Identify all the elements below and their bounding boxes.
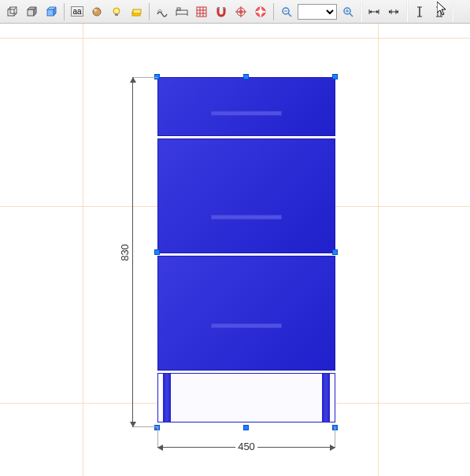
zoom-out-icon — [281, 6, 292, 17]
magnet-button[interactable] — [213, 3, 230, 20]
toolbar-separator — [273, 3, 274, 20]
cube-face-icon — [25, 6, 38, 18]
guide-horizontal — [0, 38, 470, 39]
text-cursor-button[interactable] — [411, 3, 428, 20]
lifebuoy-button[interactable] — [252, 3, 269, 20]
dimension-horizontal[interactable]: 450 — [157, 433, 335, 464]
drawer-bottom — [157, 256, 335, 371]
text-label-button[interactable]: aa — [68, 3, 86, 20]
cabinet-leg-left — [163, 374, 171, 422]
dimension-arrow — [130, 77, 136, 83]
svg-line-44 — [350, 13, 353, 17]
lightbulb-icon — [111, 6, 122, 17]
wave-icon — [156, 6, 168, 17]
cube-solid-button[interactable] — [43, 3, 60, 20]
magnet-icon — [216, 6, 227, 17]
text-aa-icon: aa — [71, 6, 83, 17]
toolbar-separator — [149, 3, 150, 20]
cabinet-base — [157, 373, 335, 422]
cabinet-leg-right — [322, 374, 330, 422]
grid-icon — [196, 6, 207, 17]
dimension-h-alt-button[interactable] — [385, 3, 402, 20]
text-height-button[interactable] — [431, 3, 448, 20]
svg-rect-26 — [217, 7, 220, 9]
cube-face-button[interactable] — [23, 3, 40, 20]
drawer-handle — [211, 215, 282, 220]
toolbar-grip — [406, 2, 409, 22]
dimension-line — [132, 77, 133, 427]
svg-rect-27 — [223, 7, 225, 9]
dimension-h-icon — [368, 7, 380, 17]
selection-handle-mr[interactable] — [332, 249, 338, 255]
svg-point-12 — [94, 9, 97, 12]
cube-wireframe-icon — [6, 6, 18, 18]
layers-button[interactable] — [128, 3, 145, 20]
toolbar: aa — [0, 0, 470, 24]
svg-line-40 — [288, 13, 291, 17]
svg-point-33 — [258, 9, 263, 14]
selection-handle-bc[interactable] — [243, 425, 249, 430]
sphere-button[interactable] — [88, 3, 105, 20]
drawer-handle — [211, 111, 282, 116]
target-button[interactable] — [232, 3, 250, 20]
svg-point-11 — [93, 8, 101, 16]
text-cursor-icon — [415, 6, 424, 18]
wave-button[interactable] — [154, 3, 171, 20]
svg-rect-17 — [176, 10, 187, 14]
dimension-height-value: 830 — [119, 242, 131, 264]
selection-handle-tc[interactable] — [243, 74, 249, 79]
selection-handle-tr[interactable] — [332, 74, 338, 79]
canvas-viewport[interactable]: 830 450 — [0, 24, 470, 476]
svg-rect-0 — [8, 9, 14, 16]
text-height-icon — [435, 6, 444, 18]
lifebuoy-icon — [255, 6, 266, 17]
grid-button[interactable] — [193, 3, 210, 20]
svg-rect-21 — [197, 7, 206, 17]
drawer-handle — [211, 323, 282, 328]
layers-icon — [131, 6, 142, 17]
toolbar-grip — [452, 2, 454, 22]
toolbar-separator — [64, 3, 65, 20]
dimension-vertical[interactable]: 830 — [118, 77, 150, 427]
cabinet-object[interactable] — [157, 77, 335, 427]
bed-icon — [176, 7, 188, 17]
svg-rect-16 — [133, 9, 141, 13]
cube-wireframe-button[interactable] — [3, 3, 20, 20]
guide-vertical — [83, 24, 83, 476]
zoom-in-button[interactable] — [339, 3, 357, 20]
svg-rect-8 — [47, 9, 54, 16]
svg-rect-14 — [115, 13, 118, 16]
drawer-middle — [157, 138, 335, 253]
target-icon — [235, 6, 246, 17]
guide-vertical — [378, 24, 379, 476]
dimension-arrow — [157, 445, 163, 451]
dimension-arrow — [130, 422, 136, 427]
svg-rect-5 — [28, 9, 34, 16]
svg-rect-18 — [177, 8, 180, 10]
lightbulb-button[interactable] — [108, 3, 125, 20]
svg-point-13 — [113, 8, 120, 14]
selection-handle-ml[interactable] — [154, 249, 160, 255]
bed-button[interactable] — [173, 3, 191, 20]
dimension-h-alt-icon — [387, 7, 400, 17]
zoom-combo[interactable] — [298, 4, 337, 20]
sphere-icon — [91, 6, 102, 17]
dimension-h-button[interactable] — [365, 3, 383, 20]
dimension-width-value: 450 — [235, 441, 257, 452]
drawer-top — [157, 77, 335, 136]
dimension-arrow — [330, 445, 335, 451]
cube-solid-icon — [45, 6, 57, 18]
toolbar-grip — [361, 2, 363, 22]
zoom-in-icon — [342, 6, 353, 17]
zoom-out-button[interactable] — [278, 3, 295, 20]
